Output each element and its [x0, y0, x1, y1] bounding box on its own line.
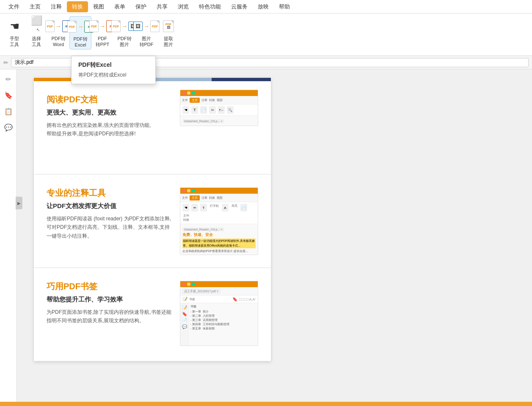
pdf2pic-label: PDF转图片 — [118, 36, 132, 48]
menu-form[interactable]: 表单 — [109, 1, 130, 12]
pdf2word-icon: PDF → W — [51, 18, 66, 35]
promo-section-annotate: 文件 主页 注释 转换 视图 ☚ ✏ T 打字机 A 高亮 📄 文 — [34, 175, 271, 268]
hand-tool-label: 手型工具 — [10, 36, 19, 48]
pdf2ppt-label: PDF转PPT — [96, 36, 109, 48]
select-tool-button[interactable]: ⬜↖ 选择工具 — [25, 16, 47, 49]
sidebar-pen-icon[interactable]: ✏ — [2, 73, 15, 85]
extract-pic-button[interactable]: PDF 🖼 提取图片 — [157, 16, 179, 49]
sidebar-bookmark-icon[interactable]: 🔖 — [2, 89, 15, 102]
main-layout: ✏ 🔖 📋 💬 ▶ — [0, 69, 532, 404]
promo-section-bookmark: 员工手册_20120917.pdf × 📝 书签 🔖 □ □ □ A A' 📝 … — [34, 268, 271, 361]
pdf2excel-button[interactable]: PDF → X PDF转Excel — [69, 16, 91, 49]
promo-section-read: 文件 主页 注释 转换 视图 ☚ T 📄 ✂ T↔ 🔍 — [34, 81, 271, 174]
tooltip-title: PDF转Excel — [78, 61, 149, 69]
menu-play[interactable]: 放映 — [253, 1, 274, 12]
pic2pdf-icon: 🖼 → PDF — [139, 18, 154, 35]
color-seg-4 — [212, 78, 271, 81]
menu-cloud[interactable]: 云服务 — [226, 1, 253, 12]
extract-icon: PDF 🖼 — [161, 18, 176, 35]
pic2pdf-button[interactable]: 🖼 → PDF 图片转PDF — [135, 16, 157, 49]
select-tool-label: 选择工具 — [32, 36, 41, 48]
mini-annotate-screenshot: 文件 主页 注释 转换 视图 ☚ ✏ T 打字机 A 高亮 📄 文 — [180, 187, 258, 255]
content-area: 文件 主页 注释 转换 视图 ☚ T 📄 ✂ T↔ 🔍 — [17, 69, 532, 404]
tooltip-desc: 将PDF文档转成Excel — [78, 71, 149, 79]
left-sidebar: ✏ 🔖 📋 💬 — [0, 69, 17, 404]
sidebar-chat-icon[interactable]: 💬 — [2, 121, 15, 134]
pdf2ppt-button[interactable]: PDF → P PDF转PPT — [91, 16, 113, 49]
hand-tool-button[interactable]: ☚ 手型工具 — [3, 16, 25, 49]
toolbar: ☚ 手型工具 ⬜↖ 选择工具 PDF → W PDF转Word — [0, 14, 532, 56]
pdf2word-label: PDF转Word — [52, 36, 66, 48]
pdf2word-button[interactable]: PDF → W PDF转Word — [47, 16, 69, 49]
menu-view[interactable]: 视图 — [88, 1, 109, 12]
pen-icon: ✏ — [3, 59, 8, 66]
menu-features[interactable]: 特色功能 — [194, 1, 226, 12]
pdf2pic-icon: PDF → 🖼 — [117, 18, 132, 35]
pic2pdf-label: 图片转PDF — [140, 36, 154, 48]
cursor-icon: ⬜↖ — [29, 18, 44, 35]
pdf2excel-label: PDF转Excel — [74, 36, 88, 48]
pdf2excel-tooltip: PDF转Excel 将PDF文档转成Excel — [71, 56, 156, 84]
menu-file[interactable]: 文件 — [3, 1, 25, 12]
bottom-accent-bar — [0, 402, 532, 406]
menu-help[interactable]: 帮助 — [274, 1, 295, 12]
sidebar-copy-icon[interactable]: 📋 — [2, 105, 15, 118]
menu-home[interactable]: 主页 — [25, 1, 46, 12]
extract-pic-label: 提取图片 — [164, 36, 173, 48]
menu-protect[interactable]: 保护 — [130, 1, 152, 12]
collapse-arrow-button[interactable]: ▶ — [16, 197, 22, 209]
hand-icon: ☚ — [7, 18, 22, 35]
menu-browse[interactable]: 浏览 — [173, 1, 194, 12]
menu-annotate[interactable]: 注释 — [46, 1, 67, 12]
pdf2ppt-icon: PDF → P — [95, 18, 110, 35]
pdf2excel-icon: PDF → X — [73, 18, 88, 35]
menu-bar: 文件 主页 注释 转换 视图 表单 保护 共享 浏览 特色功能 云服务 放映 帮… — [0, 0, 532, 14]
mini-bookmark-screenshot: 员工手册_20120917.pdf × 📝 书签 🔖 □ □ □ A A' 📝 … — [180, 281, 258, 346]
color-seg-3 — [152, 78, 212, 81]
menu-share[interactable]: 共享 — [152, 1, 173, 12]
menu-convert[interactable]: 转换 — [67, 1, 88, 12]
pdf-preview: 文件 主页 注释 转换 视图 ☚ T 📄 ✂ T↔ 🔍 — [34, 78, 271, 361]
pdf2pic-button[interactable]: PDF → 🖼 PDF转图片 — [113, 16, 135, 49]
mini-reader-screenshot: 文件 主页 注释 转换 视图 ☚ T 📄 ✂ T↔ 🔍 — [180, 90, 258, 126]
